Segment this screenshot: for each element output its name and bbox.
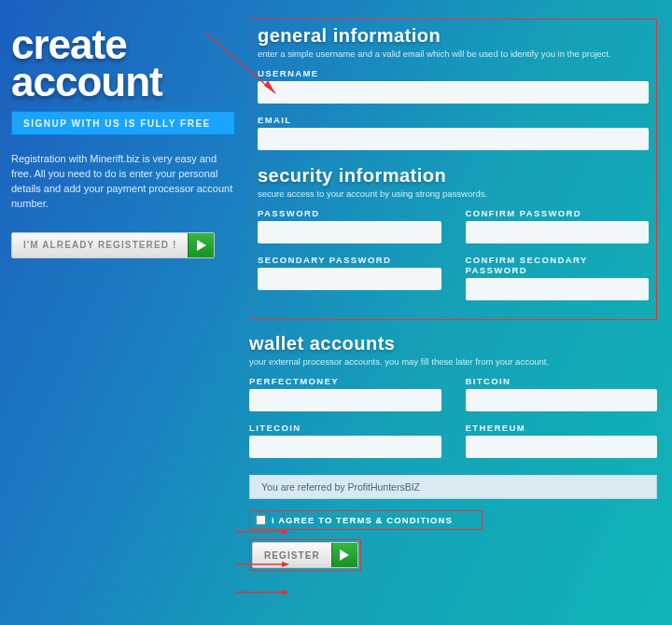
confirm-secondary-password-input[interactable] [466, 278, 650, 300]
highlight-general-security: general information enter a simple usern… [249, 19, 657, 320]
username-label: USERNAME [258, 68, 649, 78]
email-input[interactable] [258, 128, 649, 150]
already-registered-button[interactable]: I'M ALREADY REGISTERED ! [11, 232, 215, 258]
ethereum-label: ETHEREUM [466, 423, 658, 433]
email-label: EMAIL [258, 115, 649, 125]
username-input[interactable] [258, 81, 649, 104]
perfectmoney-label: PERFECTMONEY [249, 376, 441, 386]
referral-box: You are referred by ProfitHuntersBIZ [249, 475, 657, 499]
security-sub: secure access to your account by using s… [258, 188, 649, 199]
already-registered-label: I'M ALREADY REGISTERED ! [23, 240, 176, 250]
register-highlight: REGISTER [249, 539, 361, 571]
terms-checkbox[interactable] [256, 515, 266, 525]
play-icon [188, 233, 214, 257]
register-label: REGISTER [264, 550, 320, 561]
svg-marker-7 [282, 590, 289, 595]
bitcoin-input[interactable] [466, 389, 658, 411]
wallet-sub: your external processor accounts. you ma… [249, 356, 657, 367]
wallet-title: wallet accounts [249, 333, 657, 354]
bitcoin-label: BITCOIN [466, 376, 658, 386]
terms-box: I AGREE TO TERMS & CONDITIONS [249, 510, 483, 530]
confirm-password-input[interactable] [466, 221, 650, 243]
security-title: security information [258, 165, 649, 187]
confirm-password-label: CONFIRM PASSWORD [466, 208, 650, 218]
secondary-password-label: SECONDARY PASSWORD [258, 255, 441, 265]
secondary-password-input[interactable] [258, 268, 441, 290]
terms-label: I AGREE TO TERMS & CONDITIONS [272, 515, 453, 525]
password-input[interactable] [258, 221, 441, 243]
password-label: PASSWORD [258, 208, 441, 218]
litecoin-label: LITECOIN [249, 423, 441, 433]
confirm-secondary-password-label: CONFIRM SECONDARY PASSWORD [466, 255, 650, 275]
annotation-arrow-icon [235, 589, 291, 596]
register-button[interactable]: REGISTER [252, 542, 358, 568]
title-line-2: account [11, 59, 162, 104]
referral-text: You are referred by ProfitHuntersBIZ [261, 481, 420, 493]
general-title: general information [258, 25, 649, 47]
intro-text: Registration with Minerift.biz is very e… [11, 152, 235, 212]
page-title: create account [11, 26, 236, 100]
general-sub: enter a simple username and a valid emai… [258, 49, 649, 59]
perfectmoney-input[interactable] [249, 389, 441, 411]
play-icon [331, 543, 357, 567]
ethereum-input[interactable] [466, 436, 658, 458]
litecoin-input[interactable] [249, 436, 441, 458]
signup-free-chip: SIGNUP WITH US IS FULLY FREE [11, 111, 235, 135]
